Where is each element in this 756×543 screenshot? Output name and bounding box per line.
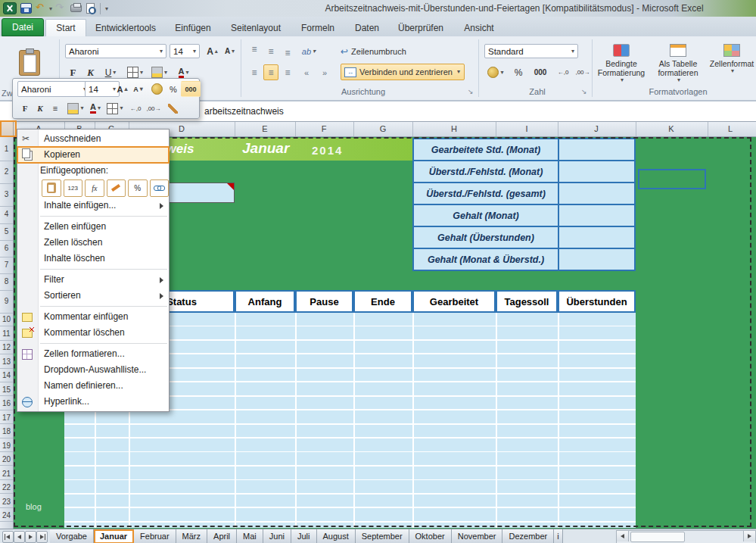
row-header[interactable]: 9 (0, 297, 13, 306)
sheet-tab-partial[interactable]: i (554, 529, 562, 543)
menu-item-insert-comment[interactable]: Kommentar einfügen (17, 309, 169, 325)
mini-percent-button[interactable]: % (166, 81, 181, 97)
row-header[interactable]: 24 (0, 511, 13, 520)
scroll-right-icon[interactable] (743, 531, 755, 541)
sheet-tab-juli[interactable]: Juli (291, 529, 317, 543)
paste-link-icon[interactable] (150, 179, 170, 197)
mini-align-center-button[interactable]: ≡ (48, 100, 63, 117)
row-header[interactable]: 15 (0, 385, 13, 395)
paste-values-format-icon[interactable]: % (128, 179, 148, 197)
row-header[interactable]: 20 (0, 455, 13, 464)
mini-shrink-font-button[interactable]: A ▾ (130, 81, 146, 97)
sheet-tab-april[interactable]: April (207, 529, 237, 543)
merge-center-button[interactable]: ↔ Verbinden und zentrieren ▾ (341, 64, 465, 80)
row-header[interactable]: 11 (0, 329, 13, 339)
column-header[interactable]: K (662, 124, 680, 133)
row-header[interactable]: 7 (0, 261, 13, 270)
align-top-button[interactable]: ≡ (247, 44, 262, 58)
increase-decimal-button[interactable]: ←,0 (554, 64, 572, 80)
mini-increase-decimal-button[interactable]: ←,0 (126, 100, 145, 117)
menu-item-format-cells[interactable]: Zellen formatieren... (17, 346, 169, 362)
row-header[interactable]: 6 (0, 244, 13, 253)
wrap-text-button[interactable]: ↩ Zeilenumbruch (341, 43, 427, 59)
sheet-tab-januar[interactable]: Januar (94, 529, 134, 543)
mini-font-name-combo[interactable]: Aharoni ▾ (17, 81, 90, 97)
decrease-decimal-button[interactable]: ,00→ (574, 64, 592, 80)
comma-style-button[interactable]: 000 (530, 64, 551, 80)
row-header[interactable]: 5 (0, 227, 13, 236)
row-header[interactable]: 1 (0, 145, 13, 154)
column-header[interactable]: F (315, 124, 333, 133)
tab-ueberpruefen[interactable]: Überprüfen (392, 19, 450, 36)
row-headers[interactable]: 1 2 3 4 5 6 7 8 9 10 11 12 13 14 15 16 1… (0, 137, 14, 529)
mini-borders-button[interactable]: ▾ (105, 100, 125, 117)
column-header[interactable]: E (256, 124, 274, 133)
menu-item-hyperlink[interactable]: Hyperlink... (17, 394, 169, 410)
scrollbar-thumb[interactable] (630, 532, 685, 542)
sheet-tab-mai[interactable]: Mai (237, 529, 263, 543)
menu-item-dropdown-list[interactable]: Dropdown-Auswahlliste... (17, 362, 169, 378)
sheet-nav-next-button[interactable] (25, 531, 36, 543)
align-right-button[interactable]: ≡ (280, 64, 295, 80)
row-header[interactable]: 10 (0, 315, 13, 324)
paste-formatting-icon[interactable] (107, 179, 126, 197)
menu-item-delete-cells[interactable]: Zellen löschen (17, 235, 169, 251)
scroll-left-icon[interactable] (617, 531, 629, 541)
paste-values-icon[interactable]: 123 (64, 179, 83, 197)
tab-formeln[interactable]: Formeln (295, 19, 341, 36)
menu-item-define-name[interactable]: Namen definieren... (17, 378, 169, 394)
mini-font-color-button[interactable]: A ▾ (86, 100, 105, 117)
mini-italic-button[interactable]: K (33, 100, 48, 117)
row-header[interactable]: 3 (0, 190, 13, 199)
tab-start[interactable]: Start (45, 19, 86, 36)
sheet-nav-last-button[interactable] (36, 531, 48, 543)
format-as-table-button[interactable]: Als Tabelle formatieren ▾ (649, 42, 707, 83)
mini-bold-button[interactable]: F (17, 100, 33, 117)
sheet-tab-august[interactable]: August (317, 529, 356, 543)
column-header[interactable]: L (721, 124, 739, 133)
sheet-tab-maerz[interactable]: März (176, 529, 207, 543)
sheet-tab-februar[interactable]: Februar (134, 529, 176, 543)
row-header[interactable]: 2 (0, 167, 13, 176)
font-name-combo[interactable]: Aharoni ▾ (65, 44, 166, 58)
shrink-font-button[interactable]: A ▾ (222, 44, 238, 58)
percent-style-button[interactable]: % (510, 64, 527, 80)
align-middle-button[interactable]: ≡ (263, 44, 278, 58)
row-header[interactable]: 17 (0, 413, 13, 423)
horizontal-scrollbar[interactable] (616, 530, 756, 543)
sheet-nav-first-button[interactable] (2, 531, 14, 543)
menu-item-cut[interactable]: ✂ Ausschneiden (17, 131, 169, 147)
dialog-launcher-icon[interactable]: ↘ (581, 89, 587, 95)
row-header[interactable]: 21 (0, 470, 13, 479)
number-format-combo[interactable]: Standard ▾ (484, 44, 578, 58)
column-header[interactable]: J (587, 124, 605, 133)
sheet-tab-vorgabe[interactable]: Vorgabe (50, 529, 94, 543)
sheet-tab-september[interactable]: September (356, 529, 409, 543)
row-header[interactable]: 12 (0, 343, 13, 352)
sheet-tab-juni[interactable]: Juni (263, 529, 291, 543)
sheet-nav-prev-button[interactable] (14, 531, 25, 543)
row-header[interactable]: 18 (0, 427, 13, 436)
tab-datei[interactable]: Datei (2, 18, 44, 36)
paste-icon[interactable] (42, 179, 61, 197)
conditional-formatting-button[interactable]: Bedingte Formatierung ▾ (596, 42, 646, 83)
increase-indent-button[interactable]: » (316, 64, 333, 80)
menu-item-filter[interactable]: Filter (17, 272, 169, 288)
menu-item-paste-special[interactable]: Inhalte einfügen... (17, 198, 169, 214)
accounting-format-button[interactable]: ▾ (484, 64, 507, 80)
tab-einfuegen[interactable]: Einfügen (168, 19, 218, 36)
row-header[interactable]: 13 (0, 357, 13, 367)
mini-grow-font-button[interactable]: A ▴ (114, 81, 130, 97)
tab-entwicklertools[interactable]: Entwicklertools (89, 19, 162, 36)
column-header[interactable]: G (374, 124, 392, 133)
sheet-tab-oktober[interactable]: Oktober (409, 529, 452, 543)
align-center-button[interactable]: ≡ (263, 64, 278, 80)
mini-fill-color-button[interactable]: ▾ (66, 100, 86, 117)
column-header[interactable]: H (445, 124, 463, 133)
row-header[interactable]: 14 (0, 371, 13, 380)
row-header[interactable]: 8 (0, 277, 13, 286)
column-header[interactable]: I (518, 124, 536, 133)
tab-ansicht[interactable]: Ansicht (456, 19, 502, 36)
align-left-button[interactable]: ≡ (247, 64, 262, 80)
grow-font-button[interactable]: A ▴ (204, 44, 220, 58)
